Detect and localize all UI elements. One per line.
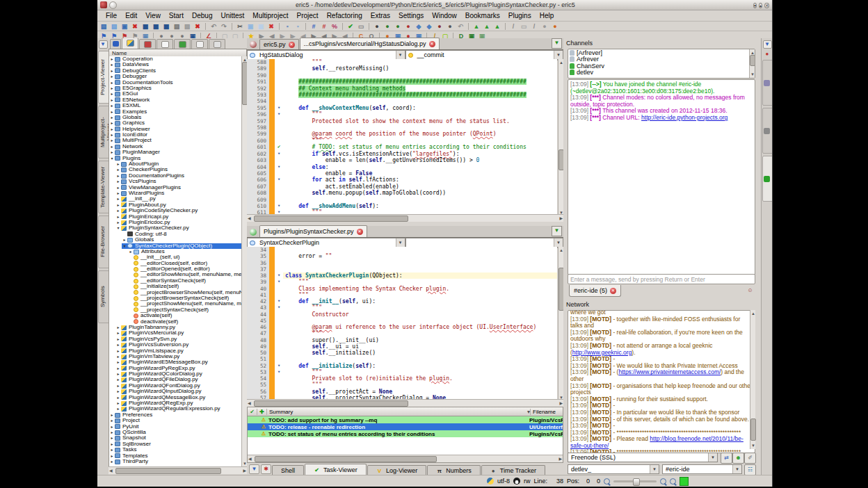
redo-icon[interactable]: ↷ [219, 22, 229, 31]
irc-user-list[interactable]: [Arfrever]ArfreverChanServdetlev ▲▼ [568, 49, 755, 79]
server-combo[interactable]: Freenode (SSL)▼ [568, 453, 718, 462]
nickname-combo[interactable]: detlev_▼ [568, 464, 659, 474]
encoding-indicator[interactable]: utf-8 [497, 478, 510, 485]
network-message-area[interactable]: where we got[13:09] [MOTD] - together wi… [568, 310, 755, 453]
paste-icon[interactable]: ▣ [256, 22, 266, 31]
menu-help[interactable]: Help [536, 11, 558, 20]
zoom-slider[interactable] [613, 480, 657, 482]
web-browser-icon[interactable]: ● [550, 22, 560, 31]
close-button[interactable]: ✕ [764, 3, 769, 8]
mail-attach-icon[interactable]: ▪ [293, 22, 303, 31]
search-icon[interactable]: ● [372, 22, 382, 31]
tool-tab-numbers[interactable]: πNumbers [427, 465, 481, 475]
python-run-icon[interactable]: ▲ [472, 22, 481, 31]
filter-icon[interactable]: ▼ [99, 40, 108, 49]
tree-item[interactable]: ▸ThirdParty [109, 459, 242, 464]
tool-tab-log-viewer[interactable]: VLog-Viewer [367, 465, 426, 475]
translations-tab[interactable] [174, 39, 191, 49]
menu-unittest[interactable]: Unittest [216, 11, 248, 20]
close-tab-icon[interactable]: ✕ [357, 229, 363, 235]
join-channel-icon[interactable]: ☷ [744, 464, 756, 475]
search-open-files-icon[interactable]: ● [445, 22, 455, 31]
comment-ratio-icon[interactable]: % [330, 22, 339, 31]
tree-hscrollbar[interactable]: ◀▶ [108, 466, 247, 474]
editor-tab[interactable]: ...csPlugins/vcsMercurial/HgStatusDialog… [300, 38, 440, 49]
menu-plugins[interactable]: Plugins [504, 11, 536, 20]
task-check-icon[interactable]: ✔ [248, 409, 257, 415]
eol-linux-icon[interactable] [513, 478, 520, 485]
task-header-filename[interactable]: Filename [531, 409, 563, 415]
autocomplete-icon[interactable]: ▭ [356, 22, 366, 31]
new-icon[interactable]: ▤ [109, 22, 119, 31]
irc-user-row[interactable]: Arfrever [568, 56, 755, 63]
search-next-icon[interactable]: ● [383, 22, 392, 31]
sidebar-tab-file-browser[interactable]: File-Browser [98, 215, 109, 268]
editor-bottom-hscrollbar[interactable]: ◀▶ [247, 399, 563, 407]
sidebar-tab-multiproject-viewer[interactable]: Multiproject-Viewer [98, 106, 109, 158]
copy-icon[interactable]: ▣ [246, 22, 255, 31]
debug-project-icon[interactable]: ▲ [492, 22, 502, 31]
gear-icon[interactable]: ● [540, 22, 549, 31]
menu-view[interactable]: View [141, 11, 165, 20]
fold-marker-icon[interactable]: ▾ [275, 105, 283, 111]
channel-close-icon[interactable]: ✕ [610, 288, 616, 294]
window-menu-button[interactable] [109, 1, 117, 9]
editor-tab[interactable]: Plugins/PluginSyntaxChecker.py✕ [259, 225, 367, 237]
editor-tab[interactable]: eric5.py✕ [259, 39, 299, 49]
zoom-reset-status-icon[interactable] [670, 478, 676, 485]
task-row[interactable]: ⚠TODO: add support for hg summary --mqPl… [248, 416, 563, 423]
maximize-button[interactable]: ▴ [759, 3, 762, 8]
fold-marker-icon[interactable]: ▾ [275, 177, 283, 183]
menu-window[interactable]: Window [428, 11, 461, 20]
tree-item[interactable]: Coding: utf-8 [109, 231, 242, 237]
close-tab-icon[interactable]: ✕ [429, 41, 435, 47]
editor-top-vscrollbar[interactable]: ▲▼ [558, 59, 563, 216]
close-tab-icon[interactable]: ✕ [289, 42, 295, 48]
menu-start[interactable]: Start [165, 11, 188, 20]
spelling-icon[interactable]: ✔ [346, 22, 355, 31]
fold-marker-icon[interactable]: ▾ [275, 279, 283, 285]
task-row[interactable]: ⚠TODO: release - reenable redirectionUi/… [248, 423, 563, 430]
tree-item[interactable]: ▾SyntaxCheckerPlugin(QObject) [109, 243, 242, 249]
away-icon[interactable]: ☻ [732, 453, 744, 464]
tree-item[interactable]: ▾PluginSyntaxChecker.py [109, 225, 242, 231]
tool-tab-time-tracker[interactable]: ●Time Tracker [481, 465, 545, 475]
fold-marker-icon[interactable]: ▾ [275, 164, 283, 170]
sidebar-tab-symbols[interactable]: Symbols [98, 270, 109, 323]
fold-marker-icon[interactable]: ▾ [275, 304, 283, 311]
others-tab[interactable] [209, 39, 225, 49]
goto-brace-icon[interactable]: # [319, 22, 329, 31]
open-icon[interactable]: ▣ [120, 22, 129, 31]
task-hscrollbar[interactable]: ◀▶ [248, 455, 563, 462]
sources-tab[interactable] [122, 38, 138, 49]
tool-tab-task-viewer[interactable]: ✔Task-Viewer [305, 464, 367, 475]
task-marker-icon[interactable]: ✔ [275, 144, 283, 150]
network-vscrollbar[interactable]: ▲▼ [750, 310, 755, 449]
irc-user-row[interactable]: [Arfrever] [568, 49, 755, 56]
permission-indicator[interactable]: rw [524, 478, 531, 485]
member-combo[interactable]: ▼ [405, 238, 564, 247]
menu-refactoring[interactable]: Refactoring [323, 11, 367, 20]
tree-vscrollbar[interactable]: ▲▼ [241, 56, 247, 467]
menu-bookmarks[interactable]: Bookmarks [461, 11, 504, 20]
tool-tab-shell[interactable]: Shell [272, 465, 304, 475]
irc-user-row[interactable]: detlev [568, 70, 755, 76]
menu-debug[interactable]: Debug [188, 11, 216, 20]
class-combo[interactable]: HgStatusDialog▼ [247, 50, 405, 60]
mail-icon[interactable]: ▪ [282, 22, 292, 31]
channel-tab[interactable]: #eric-ide (5) ✕ [569, 285, 621, 297]
interfaces-tab[interactable] [191, 39, 208, 49]
replace-icon[interactable]: ● [403, 22, 413, 31]
print-preview-icon[interactable]: ▤ [182, 22, 192, 31]
join-channel-combo[interactable]: #eric-ide▼ [662, 464, 742, 474]
menu-project[interactable]: Project [293, 11, 323, 20]
nav-backward-icon[interactable]: ◆ [424, 22, 434, 31]
member-combo[interactable]: __commit▼ [405, 50, 564, 60]
editor-bottom-code[interactable]: 3435 error = ""363738▾class SyntaxChecke… [247, 247, 557, 401]
forms-tab[interactable] [139, 39, 156, 49]
history-icon[interactable]: ↶ [456, 22, 465, 31]
undo-icon[interactable]: ↶ [209, 22, 218, 31]
menu-edit[interactable]: Edit [121, 11, 141, 20]
task-add-icon[interactable]: ✚ [257, 409, 267, 415]
fold-marker-icon[interactable]: ▾ [275, 298, 283, 304]
